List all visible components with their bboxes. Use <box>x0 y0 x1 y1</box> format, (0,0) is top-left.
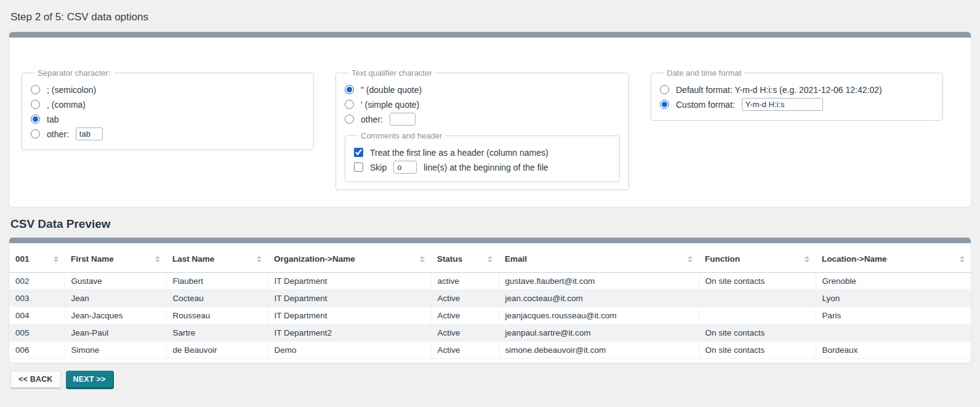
sort-icon[interactable] <box>688 256 693 262</box>
sort-icon[interactable] <box>54 256 58 262</box>
csv-preview-panel: 001 First Name Last Name Organization->N… <box>9 238 971 363</box>
cell-email: simone.debeauvoir@it.com <box>499 342 699 359</box>
skip-lines-option[interactable]: Skip line(s) at the beginning of the fil… <box>354 161 611 174</box>
other-separator-input[interactable] <box>76 127 103 140</box>
column-header-organization[interactable]: Organization->Name <box>268 243 431 273</box>
cell-location: Bordeaux <box>816 342 971 359</box>
cell-organization: IT Department <box>268 290 431 307</box>
column-header-001[interactable]: 001 <box>9 243 65 273</box>
sort-icon[interactable] <box>805 256 809 262</box>
option-label: , (comma) <box>47 100 86 110</box>
column-header-first-name[interactable]: First Name <box>65 243 166 273</box>
column-header-function[interactable]: Function <box>699 243 816 273</box>
cell-organization: IT Department <box>268 273 431 290</box>
skip-lines-input[interactable] <box>393 161 417 174</box>
cell-last-name: Sartre <box>166 324 268 342</box>
cell-function: On site contacts <box>699 273 816 290</box>
cell-status: Active <box>431 342 499 359</box>
sort-icon[interactable] <box>155 256 160 262</box>
cell-first-name: Gustave <box>65 273 166 290</box>
qualifier-option-simple-quote[interactable]: ' (simple quote) <box>345 98 620 111</box>
other-separator-radio[interactable] <box>31 129 40 139</box>
column-header-location[interactable]: Location->Name <box>816 243 971 273</box>
panel-top-bar <box>9 32 971 38</box>
datetime-legend: Date and time format <box>664 68 744 78</box>
column-header-status[interactable]: Status <box>431 243 499 273</box>
custom-format-radio[interactable] <box>660 100 669 109</box>
double-quote-radio[interactable] <box>345 85 354 94</box>
column-header-email[interactable]: Email <box>499 243 699 273</box>
cell-location: Paris <box>816 307 971 324</box>
separator-legend: Separator character: <box>34 68 114 78</box>
separator-option-semicolon[interactable]: ; (semicolon) <box>31 83 305 96</box>
cell-status: Active <box>431 290 499 307</box>
cell-organization: IT Department2 <box>268 324 431 342</box>
sort-icon[interactable] <box>960 256 965 262</box>
qualifier-option-other[interactable]: other: <box>345 113 620 126</box>
first-line-header-checkbox[interactable] <box>354 148 363 157</box>
skip-lines-checkbox[interactable] <box>354 163 363 172</box>
option-label: Default format: Y-m-d H:i:s (e.g. 2021-1… <box>676 85 882 95</box>
first-line-header-option[interactable]: Treat the first line as a header (column… <box>354 146 611 159</box>
default-date-format-option[interactable]: Default format: Y-m-d H:i:s (e.g. 2021-1… <box>660 83 934 96</box>
cell-first-name: Jean-Jacques <box>65 307 166 324</box>
cell-function: On site contacts <box>699 342 816 359</box>
cell-function <box>699 290 816 307</box>
cell-last-name: Rousseau <box>166 307 268 324</box>
table-row: 002 Gustave Flaubert IT Department activ… <box>9 273 971 290</box>
sort-icon[interactable] <box>257 256 262 262</box>
skip-label-suffix: line(s) at the beginning of the file <box>424 163 548 172</box>
table-header-row: 001 First Name Last Name Organization->N… <box>9 243 971 273</box>
sort-icon[interactable] <box>420 256 425 262</box>
cell-function <box>699 307 816 324</box>
semicolon-radio[interactable] <box>31 85 40 94</box>
comma-radio[interactable] <box>31 100 40 109</box>
cell-organization: IT Department <box>268 307 431 324</box>
sort-icon[interactable] <box>488 256 492 262</box>
datetime-format-fieldset: Date and time format Default format: Y-m… <box>651 68 943 121</box>
cell-line-number: 004 <box>9 307 65 324</box>
table-row: 004 Jean-Jacques Rousseau IT Department … <box>9 307 971 324</box>
option-label: tab <box>47 115 58 124</box>
simple-quote-radio[interactable] <box>345 100 354 109</box>
cell-last-name: Flaubert <box>166 273 268 290</box>
separator-option-tab[interactable]: tab <box>31 113 305 126</box>
comments-header-fieldset: Comments and header Treat the first line… <box>345 131 620 182</box>
separator-fieldset: Separator character: ; (semicolon) , (co… <box>22 68 314 150</box>
tab-radio[interactable] <box>31 115 40 124</box>
option-label: ; (semicolon) <box>47 85 96 95</box>
cell-line-number: 002 <box>9 273 65 290</box>
back-button[interactable]: << BACK <box>10 371 61 389</box>
option-label: ' (simple quote) <box>361 100 419 110</box>
qualifier-option-double-quote[interactable]: " (double quote) <box>345 83 620 96</box>
cell-line-number: 006 <box>9 342 65 359</box>
table-row: 006 Simone de Beauvoir Demo Active simon… <box>9 342 971 359</box>
other-qualifier-radio[interactable] <box>345 115 354 124</box>
comments-legend: Comments and header <box>358 131 445 140</box>
skip-label: Skip <box>370 163 387 172</box>
option-label: other: <box>361 115 383 124</box>
cell-organization: Demo <box>268 342 431 359</box>
csv-preview-table: 001 First Name Last Name Organization->N… <box>9 243 971 359</box>
option-label: Custom format: <box>676 100 735 110</box>
column-header-last-name[interactable]: Last Name <box>166 243 268 273</box>
custom-date-format-option[interactable]: Custom format: <box>660 98 934 111</box>
table-row: 003 Jean Cocteau IT Department Active je… <box>9 290 971 307</box>
default-format-radio[interactable] <box>660 85 669 94</box>
table-row: 005 Jean-Paul Sartre IT Department2 Acti… <box>9 324 971 342</box>
qualifier-fieldset: Text qualifier character " (double quote… <box>335 68 629 190</box>
cell-location: Lyon <box>816 290 971 307</box>
cell-first-name: Jean-Paul <box>65 324 166 342</box>
cell-first-name: Jean <box>65 290 166 307</box>
panel-top-bar <box>9 238 971 243</box>
cell-status: Active <box>431 307 499 324</box>
cell-email: gustave.flaubert@it.com <box>499 273 699 290</box>
cell-email: jean.cocteau@it.com <box>499 290 699 307</box>
other-qualifier-input[interactable] <box>390 113 416 126</box>
separator-option-other[interactable]: other: <box>31 127 305 140</box>
next-button[interactable]: NEXT >> <box>66 371 114 389</box>
separator-option-comma[interactable]: , (comma) <box>31 98 305 111</box>
cell-email: jeanpaul.sartre@it.com <box>499 324 699 342</box>
custom-format-input[interactable] <box>742 98 823 111</box>
cell-location: Grenoble <box>816 273 971 290</box>
